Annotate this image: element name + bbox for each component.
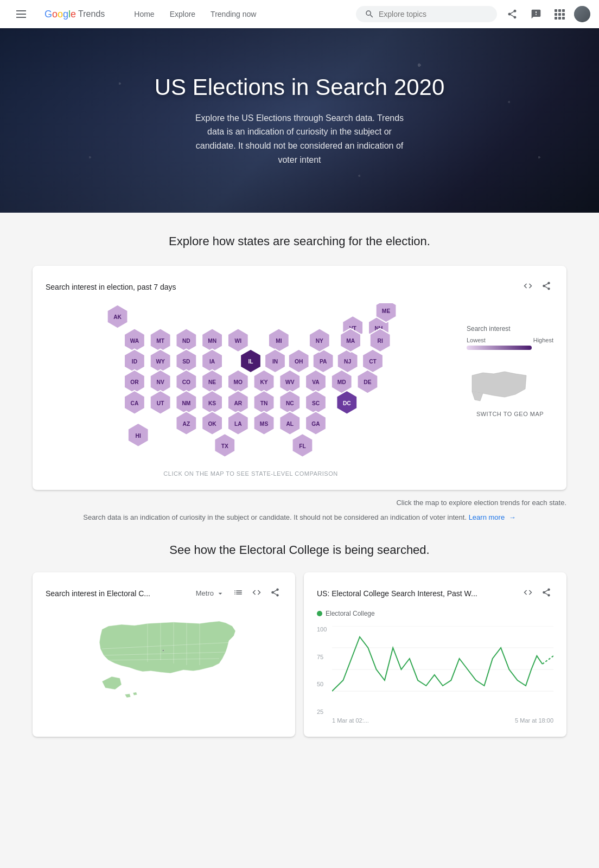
electoral-map-card: Search interest in Electoral C... Metro — [33, 572, 295, 737]
explore-section-title: Explore how states are searching for the… — [33, 234, 566, 248]
y-label-50: 50 — [317, 681, 327, 687]
hex-state-hi[interactable]: HI — [128, 423, 149, 447]
electoral-chart-actions — [521, 585, 553, 601]
chart-share-button[interactable] — [539, 585, 553, 601]
hex-state-al[interactable]: AL — [279, 411, 300, 435]
legend-title: Search interest — [467, 325, 553, 333]
feedback-button[interactable] — [527, 5, 545, 23]
avatar-image — [574, 6, 590, 22]
nav-explore[interactable]: Explore — [164, 7, 201, 22]
line-chart-svg — [332, 626, 553, 713]
hex-state-ak[interactable]: AK — [107, 305, 128, 329]
map-card-actions — [521, 279, 553, 295]
hex-state-ok[interactable]: OK — [202, 411, 222, 435]
hex-state-ct[interactable]: CT — [362, 349, 383, 373]
y-label-25: 25 — [317, 709, 327, 715]
switch-geo-map[interactable]: SWITCH TO GEO MAP — [467, 411, 553, 417]
embed-icon — [252, 588, 262, 597]
svg-marker-10 — [228, 328, 248, 352]
y-label-100: 100 — [317, 626, 327, 633]
hex-map-svg[interactable]: AKWAMTNDMNWIMIVTNHMEIDWYSDIAILINOHPANJCT… — [93, 303, 408, 466]
header-right — [356, 5, 590, 23]
hex-state-az[interactable]: AZ — [176, 411, 196, 435]
map-share-button[interactable] — [539, 279, 553, 295]
legend-gradient-bar — [467, 346, 532, 350]
svg-marker-0 — [107, 305, 128, 329]
svg-marker-36 — [337, 349, 358, 373]
us-map-svg — [46, 610, 282, 707]
profile-avatar[interactable] — [574, 6, 590, 22]
learn-more-link[interactable]: Learn more → — [469, 513, 516, 521]
hex-state-mi[interactable]: MI — [269, 328, 289, 352]
legend-dot — [317, 611, 322, 616]
svg-marker-34 — [313, 349, 334, 373]
share-button[interactable] — [504, 5, 521, 23]
list-view-button[interactable] — [231, 585, 245, 601]
hex-state-ca[interactable]: CA — [124, 391, 145, 414]
svg-marker-12 — [269, 328, 289, 352]
feedback-icon — [531, 9, 541, 20]
map-card-title: Search interest in election, past 7 days — [46, 283, 176, 291]
hero-title: US Elections in Search 2020 — [155, 74, 445, 100]
svg-line-115 — [543, 656, 553, 664]
svg-marker-44 — [370, 328, 391, 352]
share-icon — [507, 9, 518, 20]
hex-state-md[interactable]: MD — [332, 370, 352, 394]
nav-home[interactable]: Home — [129, 7, 160, 22]
legend-low-label: Lowest — [467, 337, 486, 343]
logo-g-letter: G — [44, 9, 52, 20]
svg-marker-98 — [292, 433, 313, 457]
hex-state-la[interactable]: LA — [228, 411, 248, 435]
hex-state-ga[interactable]: GA — [305, 411, 326, 435]
search-icon — [365, 9, 374, 19]
hex-state-il[interactable]: IL — [240, 349, 261, 373]
electoral-map-share-button[interactable] — [268, 585, 282, 601]
logo-g2-letter: g — [63, 9, 68, 20]
map-card: Search interest in election, past 7 days… — [33, 266, 566, 490]
hex-state-dc[interactable]: DC — [336, 391, 357, 414]
logo-o1-letter: o — [52, 9, 58, 20]
hex-state-oh[interactable]: OH — [289, 349, 309, 373]
menu-button[interactable] — [9, 3, 34, 25]
disclaimer-content: Search data is an indication of curiosit… — [83, 513, 467, 521]
chart-legend: Electoral College — [317, 610, 553, 617]
map-card-header: Search interest in election, past 7 days — [46, 279, 553, 295]
apps-button[interactable] — [551, 6, 568, 22]
share-icon — [541, 281, 551, 291]
hex-map-legend: Search interest Lowest Highest SWITCH TO… — [467, 303, 553, 417]
logo[interactable]: Google Trends — [44, 9, 105, 20]
hex-state-ms[interactable]: MS — [254, 411, 275, 435]
hex-state-ut[interactable]: UT — [150, 391, 171, 414]
electoral-map-header: Search interest in Electoral C... Metro — [46, 585, 282, 601]
header-left: Google Trends Home Explore Trending now — [9, 3, 262, 25]
electoral-section-title: See how the Electoral College is being s… — [33, 543, 566, 557]
metro-dropdown[interactable]: Metro — [194, 585, 227, 601]
search-bar[interactable] — [356, 6, 497, 22]
us-geo-map[interactable] — [46, 610, 282, 707]
electoral-chart-header: US: Electoral College Search Interest, P… — [317, 585, 553, 601]
hex-state-pa[interactable]: PA — [313, 349, 334, 373]
map-info-text: Click the map to explore election trends… — [33, 499, 566, 507]
hex-state-tx[interactable]: TX — [214, 433, 235, 457]
hex-state-ma[interactable]: MA — [340, 328, 361, 352]
hex-grid-wrapper: AKWAMTNDMNWIMIVTNHMEIDWYSDIAILINOHPANJCT… — [46, 303, 456, 477]
hex-state-fl[interactable]: FL — [292, 433, 313, 457]
hex-state-ri[interactable]: RI — [370, 328, 391, 352]
hex-click-label: CLICK ON THE MAP TO SEE STATE-LEVEL COMP… — [163, 470, 337, 477]
hex-state-nj[interactable]: NJ — [337, 349, 358, 373]
hex-state-wi[interactable]: WI — [228, 328, 248, 352]
main-nav: Home Explore Trending now — [129, 7, 262, 22]
electoral-map-actions: Metro — [194, 585, 282, 601]
hex-state-de[interactable]: DE — [358, 370, 378, 394]
nav-trending[interactable]: Trending now — [205, 7, 262, 22]
electoral-map-title: Search interest in Electoral C... — [46, 589, 150, 598]
chart-embed-button[interactable] — [521, 585, 535, 601]
map-embed-button[interactable] — [521, 279, 535, 295]
geo-map-thumbnail[interactable] — [467, 367, 532, 405]
search-input[interactable] — [379, 10, 488, 18]
electoral-chart-card: US: Electoral College Search Interest, P… — [304, 572, 566, 737]
hex-state-in[interactable]: IN — [265, 349, 285, 373]
hex-state-ny[interactable]: NY — [309, 328, 330, 352]
learn-more-arrow: → — [509, 513, 516, 521]
electoral-map-embed-button[interactable] — [250, 585, 264, 601]
